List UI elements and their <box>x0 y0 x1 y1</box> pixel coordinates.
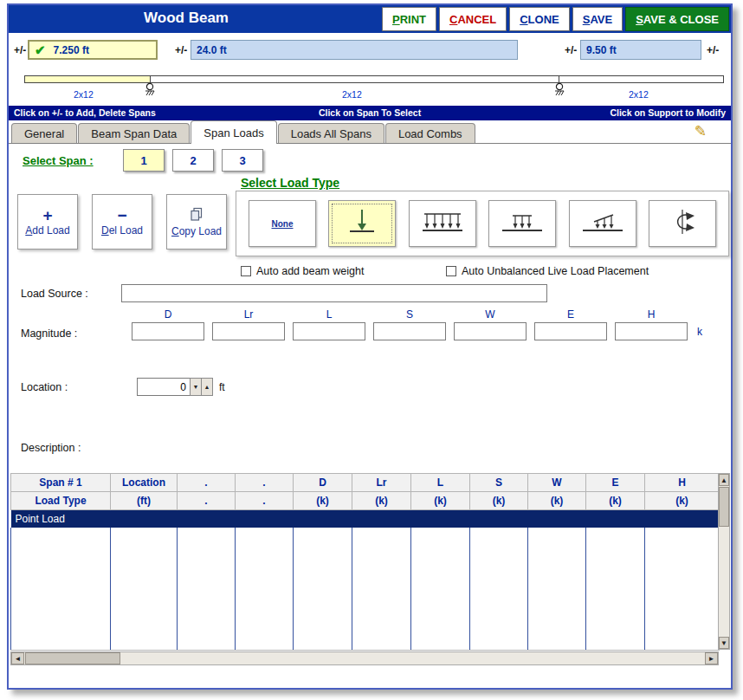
column-header-d: D <box>132 308 204 321</box>
table-cell <box>645 510 720 528</box>
hscroll-thumb[interactable] <box>25 652 120 664</box>
partial-udl-icon <box>500 207 545 240</box>
table-empty-cell <box>178 528 236 651</box>
check-icon: ✔ <box>35 42 46 58</box>
save-and-close-button[interactable]: SAVE & CLOSE <box>625 7 729 31</box>
add-load-button[interactable]: + Add Load <box>17 194 78 250</box>
magnitude-input-e[interactable] <box>534 322 607 340</box>
load-type-full-udl-button[interactable] <box>409 200 476 247</box>
table-empty-cell <box>236 528 294 651</box>
copy-load-button[interactable]: Copy Load <box>166 194 227 250</box>
scroll-up-button[interactable]: ▲ <box>719 474 729 486</box>
magnitude-input-d[interactable] <box>132 322 204 340</box>
scroll-down-button[interactable]: ▼ <box>719 637 729 649</box>
magnitude-input-lr[interactable] <box>212 322 285 340</box>
beam-segment-3[interactable] <box>559 76 723 82</box>
table-header-cell: Span # 1 <box>11 474 111 492</box>
none-label: None <box>272 219 294 229</box>
tab-load-combs[interactable]: Load Combs <box>385 123 475 143</box>
table-empty-cell <box>586 528 645 651</box>
clone-button[interactable]: CLONE <box>509 7 570 31</box>
span-buttons: 1 2 3 <box>123 149 263 172</box>
select-load-type-heading: Select Load Type <box>241 176 339 190</box>
plus-icon: + <box>42 208 52 224</box>
save-button-label: SAVE <box>583 13 612 26</box>
description-label: Description : <box>21 442 81 454</box>
beam-segment-2[interactable] <box>151 76 559 82</box>
select-span-label: Select Span : <box>23 154 94 167</box>
table-cell <box>528 510 586 528</box>
span2-length-value: 24.0 ft <box>197 44 227 56</box>
checkbox-icon <box>241 266 251 276</box>
vscroll-track[interactable] <box>719 528 729 637</box>
scroll-left-button[interactable]: ◄ <box>11 652 24 664</box>
span2-length-field[interactable]: 24.0 ft <box>191 40 518 60</box>
table-empty-cell <box>111 528 178 651</box>
minus-icon: − <box>117 208 126 224</box>
table-header-cell: . <box>236 474 294 492</box>
column-header-lr: Lr <box>212 308 285 321</box>
load-source-input[interactable] <box>121 284 547 302</box>
support-icon[interactable] <box>144 82 156 100</box>
magnitude-input-l[interactable] <box>293 322 365 340</box>
load-type-point-button[interactable] <box>328 200 396 247</box>
support-icon[interactable] <box>553 82 565 100</box>
magnitude-input-s[interactable] <box>373 322 446 340</box>
magnitude-input-h[interactable] <box>615 322 688 340</box>
span-button-1[interactable]: 1 <box>123 149 165 172</box>
spinner-down-button[interactable]: ▼ <box>190 378 202 396</box>
del-load-button[interactable]: − Del Load <box>92 194 152 250</box>
print-button[interactable]: PRINT <box>382 7 436 31</box>
add-delete-span-control[interactable]: +/- <box>565 44 577 56</box>
span-button-3[interactable]: 3 <box>222 149 263 172</box>
span-button-2[interactable]: 2 <box>172 149 214 172</box>
table-vscrollbar[interactable]: ▲ ▼ <box>718 473 730 650</box>
loads-table: Span # 1 Location . . D Lr L S W E H Loa… <box>10 473 720 651</box>
spinner-up-button[interactable]: ▲ <box>201 378 213 396</box>
print-button-label: PRINT <box>392 13 426 26</box>
tab-general[interactable]: General <box>11 123 77 143</box>
table-row-point-load[interactable]: Point Load <box>11 510 720 528</box>
load-type-trapezoidal-button[interactable] <box>569 200 636 247</box>
copy-icon <box>190 207 204 224</box>
add-delete-span-control[interactable]: +/- <box>707 44 719 56</box>
table-empty-cell <box>645 528 720 651</box>
scroll-right-button[interactable]: ► <box>705 652 718 664</box>
vscroll-thumb[interactable] <box>719 487 729 527</box>
table-header-cell: . <box>178 474 236 492</box>
cancel-button[interactable]: CANCEL <box>439 7 507 31</box>
table-header-cell: (k) <box>586 492 645 510</box>
beam-bar <box>24 75 724 83</box>
hscroll-track[interactable] <box>120 652 705 664</box>
loads-table-wrap: Span # 1 Location . . D Lr L S W E H Loa… <box>10 473 719 651</box>
load-source-label: Load Source : <box>21 288 88 300</box>
magnitude-column-headers: D Lr L S W E H <box>132 308 688 321</box>
add-delete-span-control[interactable]: +/- <box>14 44 26 56</box>
auto-unbalanced-checkbox[interactable]: Auto Unbalanced Live Load Placement <box>446 265 649 277</box>
tab-span-loads[interactable]: Span Loads <box>191 120 276 144</box>
tab-beam-span-data[interactable]: Beam Span Data <box>78 123 190 143</box>
auto-beam-weight-checkbox[interactable]: Auto add beam weight <box>241 265 364 277</box>
load-type-none-button[interactable]: None <box>249 200 316 247</box>
save-button[interactable]: SAVE <box>572 7 623 31</box>
table-hscrollbar[interactable]: ◄ ► <box>10 651 719 665</box>
table-header-cell: (ft) <box>111 492 178 510</box>
table-header-cell: Load Type <box>11 492 111 510</box>
wood-beam-window: Wood Beam ? PRINT CANCEL CLONE SAVE SAVE… <box>7 3 733 690</box>
table-header-cell: S <box>470 474 528 492</box>
span3-length-field[interactable]: 9.50 ft <box>580 40 701 60</box>
add-delete-span-control[interactable]: +/- <box>175 44 187 56</box>
load-type-moment-button[interactable] <box>649 200 716 247</box>
column-header-w: W <box>454 308 527 321</box>
beam-size-label: 2x12 <box>74 89 94 100</box>
magnitude-input-w[interactable] <box>454 322 527 340</box>
tab-loads-all-spans[interactable]: Loads All Spans <box>278 123 384 143</box>
beam-segment-1[interactable] <box>25 76 151 82</box>
span1-length-field[interactable]: ✔ 7.250 ft <box>28 40 158 60</box>
load-type-partial-udl-button[interactable] <box>488 200 556 247</box>
table-header-cell: Location <box>111 474 178 492</box>
edit-pencil-icon[interactable]: ✎ <box>695 122 707 140</box>
table-header-cell: (k) <box>352 492 411 510</box>
location-input[interactable] <box>137 378 191 396</box>
checkbox-icon <box>446 266 456 276</box>
